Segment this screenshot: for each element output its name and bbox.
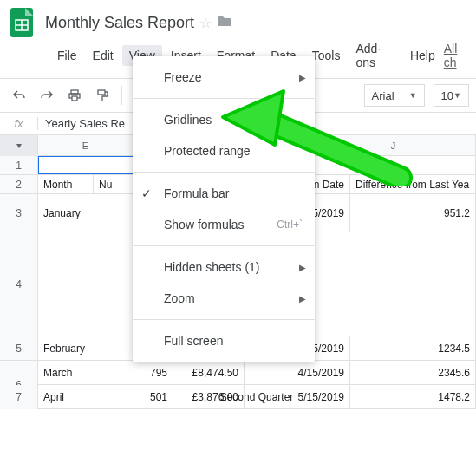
- row-header[interactable]: 3: [0, 194, 38, 232]
- menu-item-label: Formula bar: [164, 186, 229, 200]
- col-header-j[interactable]: J: [311, 135, 476, 155]
- cell-month-header[interactable]: Month: [38, 175, 94, 193]
- menu-separator: [133, 98, 315, 99]
- menu-item-label: Freeze: [164, 70, 202, 84]
- row-header[interactable]: 4: [0, 232, 38, 336]
- menu-item-label: Full screen: [164, 334, 223, 348]
- cell-month[interactable]: April: [38, 385, 121, 408]
- menu-item-label: Zoom: [164, 291, 195, 305]
- star-icon[interactable]: ☆: [199, 15, 212, 31]
- table-row: 6 March 795 £8,474.50 4/15/2019 2345.6 S…: [0, 361, 476, 385]
- menu-separator: [133, 245, 315, 246]
- document-title[interactable]: Monthly Sales Report: [45, 14, 194, 32]
- menu-edit[interactable]: Edit: [86, 45, 121, 66]
- font-size-select[interactable]: 10 ▼: [434, 84, 469, 107]
- menu-item-hidden-sheets[interactable]: Hidden sheets (1) ▶: [133, 251, 315, 283]
- cell-cost[interactable]: £8,474.50: [173, 361, 245, 384]
- menu-item-label: Show formulas: [164, 218, 245, 232]
- cell-diff[interactable]: 1234.5: [350, 336, 476, 360]
- submenu-arrow-icon: ▶: [299, 73, 306, 82]
- cell-diff-header[interactable]: Difference from Last Yea: [350, 175, 476, 193]
- cell-date[interactable]: 4/15/2019: [245, 361, 350, 384]
- submenu-arrow-icon: ▶: [299, 294, 306, 304]
- selected-cell[interactable]: [38, 156, 134, 174]
- cell-diff[interactable]: 2345.6: [350, 361, 476, 384]
- menu-item-label: Protected range: [164, 144, 251, 158]
- cell-num[interactable]: 795: [121, 361, 173, 384]
- font-name: Arial: [372, 89, 394, 102]
- table-row: 7 April 501 £3,876.00 5/15/2019 1478.2: [0, 385, 476, 409]
- svg-rect-7: [98, 90, 105, 95]
- menu-item-label: Gridlines: [164, 113, 212, 127]
- row-header[interactable]: 5: [0, 336, 38, 360]
- menu-item-label: Hidden sheets (1): [164, 260, 260, 274]
- fx-label: fx: [0, 117, 38, 130]
- fx-value[interactable]: Yearly Sales Re: [38, 117, 132, 130]
- menu-separator: [133, 319, 315, 320]
- cell-num[interactable]: 501: [121, 385, 173, 408]
- row-header[interactable]: 7: [0, 385, 38, 408]
- cell-num-header[interactable]: Nu: [94, 175, 134, 193]
- menu-item-show-formulas[interactable]: Show formulas Ctrl+`: [133, 209, 315, 240]
- menu-separator: [133, 172, 315, 173]
- shortcut-label: Ctrl+`: [277, 219, 303, 231]
- cell-month[interactable]: January: [38, 194, 134, 232]
- menu-item-zoom[interactable]: Zoom ▶: [133, 283, 315, 314]
- undo-button[interactable]: [7, 83, 31, 108]
- titlebar: Monthly Sales Report ☆: [0, 0, 476, 38]
- menu-file[interactable]: File: [50, 45, 84, 66]
- print-button[interactable]: [62, 83, 87, 108]
- menu-item-formula-bar[interactable]: ✓ Formula bar: [133, 178, 315, 209]
- select-all-corner[interactable]: [0, 135, 38, 156]
- submenu-arrow-icon: ▶: [299, 263, 306, 272]
- col-header-e[interactable]: E: [38, 135, 134, 155]
- cell-cost[interactable]: £3,876.00: [173, 385, 245, 408]
- chevron-down-icon: ▼: [453, 91, 461, 100]
- row-header[interactable]: 1: [0, 156, 38, 174]
- cell-month[interactable]: February: [38, 336, 121, 360]
- menu-item-freeze[interactable]: Freeze ▶: [133, 62, 315, 93]
- cell-diff[interactable]: 1478.2: [350, 385, 476, 408]
- svg-rect-6: [72, 96, 77, 101]
- chevron-down-icon: ▼: [409, 91, 417, 100]
- cell-month[interactable]: March: [38, 361, 121, 384]
- menu-help[interactable]: Help: [403, 45, 442, 66]
- font-select[interactable]: Arial ▼: [364, 84, 425, 107]
- folder-icon[interactable]: [217, 15, 232, 30]
- cell-diff[interactable]: 951.2: [350, 194, 476, 232]
- sheets-logo-icon: [10, 7, 35, 38]
- toolbar-separator: [121, 86, 122, 105]
- row-header[interactable]: 2: [0, 175, 38, 193]
- menu-item-protected-ranges[interactable]: Protected range: [133, 135, 315, 166]
- paint-format-button[interactable]: [90, 83, 114, 108]
- redo-button[interactable]: [35, 83, 59, 108]
- font-size: 10: [441, 89, 453, 102]
- last-changes-link[interactable]: All ch: [444, 42, 469, 69]
- cell-date[interactable]: 5/15/2019: [245, 385, 350, 408]
- check-icon: ✓: [141, 186, 152, 200]
- menu-item-gridlines[interactable]: Gridlines: [133, 104, 315, 135]
- menu-addons[interactable]: Add-ons: [349, 38, 401, 73]
- view-dropdown: Freeze ▶ Gridlines Protected range ✓ For…: [133, 56, 315, 362]
- menu-item-full-screen[interactable]: Full screen: [133, 325, 315, 356]
